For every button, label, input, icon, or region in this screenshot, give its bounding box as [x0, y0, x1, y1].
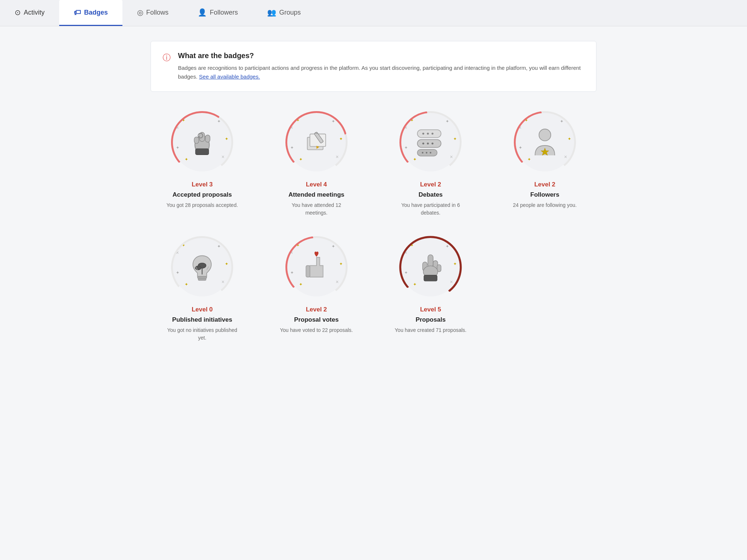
badges-row-1: ✦×✦✦✦×✦ Level 3Accepted proposalsYou got…	[151, 109, 596, 217]
badge-circle-published-initiatives: ✦×✦✦✦×✦	[169, 234, 235, 300]
badge-card-accepted-proposals: ✦×✦✦✦×✦ Level 3Accepted proposalsYou got…	[151, 109, 254, 217]
badge-inner-proposal-votes: ✦×✦✦✦×✦	[287, 238, 346, 296]
badge-level-published-initiatives: Level 0	[192, 306, 213, 313]
tab-groups[interactable]: 👥Groups	[253, 0, 315, 26]
svg-point-22	[422, 143, 424, 144]
info-box: ⓘ What are the badges? Badges are recogn…	[151, 41, 596, 92]
svg-point-20	[432, 133, 433, 135]
svg-point-23	[427, 143, 429, 144]
badge-circle-debates: ✦×✦✦✦×✦	[398, 109, 463, 175]
badge-card-proposals: ✦×✦✦✦×✦ Level 5ProposalsYou have created…	[379, 234, 482, 342]
activity-tab-icon: ⊙	[15, 8, 21, 17]
badge-level-attended-meetings: Level 4	[306, 181, 327, 188]
badges-tab-icon: 🏷	[74, 8, 81, 17]
activity-tab-label: Activity	[24, 9, 45, 16]
badge-inner-debates: ✦×✦✦✦×✦	[401, 113, 460, 171]
badge-card-debates: ✦×✦✦✦×✦ Level 2DebatesYou have participa…	[379, 109, 482, 217]
info-title: What are the badges?	[178, 52, 584, 60]
svg-point-27	[426, 152, 428, 154]
svg-point-18	[422, 133, 424, 135]
badge-level-followers: Level 2	[534, 181, 555, 188]
badge-title-attended-meetings: Attended meetings	[288, 191, 344, 198]
nav-tabs: ⊙Activity🏷Badges◎Follows👤Followers👥Group…	[0, 0, 747, 26]
svg-rect-34	[198, 276, 207, 278]
svg-point-31	[539, 129, 551, 141]
badge-inner-proposals: ✦×✦✦✦×✦	[401, 238, 460, 296]
badge-empty-slot	[493, 234, 597, 342]
svg-rect-4	[205, 135, 210, 142]
badge-card-published-initiatives: ✦×✦✦✦×✦ Level 0Published initiativesYou …	[151, 234, 254, 342]
svg-rect-21	[417, 140, 441, 148]
tab-followers[interactable]: 👤Followers	[183, 0, 253, 26]
svg-point-26	[422, 152, 424, 154]
badge-desc-published-initiatives: You got no initiatives published yet.	[166, 326, 239, 342]
badge-title-proposals: Proposals	[416, 316, 445, 323]
badge-circle-proposals: ✦×✦✦✦×✦	[398, 234, 463, 300]
svg-point-19	[427, 133, 429, 135]
badge-circle-proposal-votes: ✦×✦✦✦×✦	[284, 234, 349, 300]
badge-title-followers: Followers	[530, 191, 559, 198]
badge-card-proposal-votes: ✦×✦✦✦×✦ Level 2Proposal votesYou have vo…	[265, 234, 368, 342]
badge-desc-attended-meetings: You have attended 12 meetings.	[280, 201, 353, 217]
badge-level-proposal-votes: Level 2	[306, 306, 327, 313]
follows-tab-icon: ◎	[137, 8, 143, 17]
info-body: Badges are recognitions to participant a…	[178, 64, 584, 81]
badge-desc-accepted-proposals: You got 28 proposals accepted.	[166, 201, 238, 209]
follows-tab-label: Follows	[146, 9, 168, 16]
svg-rect-43	[306, 266, 310, 277]
svg-point-24	[432, 143, 433, 144]
badge-level-accepted-proposals: Level 3	[192, 181, 213, 188]
info-link[interactable]: See all available badges.	[199, 73, 260, 80]
svg-rect-5	[194, 137, 199, 144]
badges-container: ✦×✦✦✦×✦ Level 3Accepted proposalsYou got…	[151, 109, 596, 342]
tab-activity[interactable]: ⊙Activity	[0, 0, 59, 26]
badge-inner-accepted-proposals: ✦×✦✦✦×✦	[173, 113, 231, 171]
followers-tab-icon: 👤	[198, 8, 207, 17]
svg-rect-52	[424, 275, 437, 281]
groups-tab-label: Groups	[279, 9, 301, 16]
badges-tab-label: Badges	[84, 9, 108, 16]
badge-desc-proposals: You have created 71 proposals.	[395, 326, 466, 334]
badge-level-proposals: Level 5	[420, 306, 441, 313]
svg-rect-35	[198, 279, 206, 280]
badges-row-2: ✦×✦✦✦×✦ Level 0Published initiativesYou …	[151, 234, 596, 342]
tab-follows[interactable]: ◎Follows	[122, 0, 183, 26]
badge-title-published-initiatives: Published initiatives	[172, 316, 232, 323]
badge-title-accepted-proposals: Accepted proposals	[172, 191, 232, 198]
followers-tab-label: Followers	[210, 9, 238, 16]
badge-circle-attended-meetings: ✦×✦✦✦×✦	[284, 109, 349, 175]
svg-point-28	[430, 152, 432, 154]
info-icon: ⓘ	[163, 52, 171, 63]
badge-card-attended-meetings: ✦×✦✦✦×✦ Level 4Attended meetingsYou have…	[265, 109, 368, 217]
svg-rect-17	[417, 130, 441, 138]
badge-desc-debates: You have participated in 6 debates.	[394, 201, 467, 217]
badge-desc-proposal-votes: You have voted to 22 proposals.	[280, 326, 353, 334]
svg-rect-6	[196, 149, 209, 155]
groups-tab-icon: 👥	[267, 8, 276, 17]
tab-badges[interactable]: 🏷Badges	[59, 0, 122, 26]
badge-title-proposal-votes: Proposal votes	[294, 316, 339, 323]
badge-circle-accepted-proposals: ✦×✦✦✦×✦	[169, 109, 235, 175]
badge-level-debates: Level 2	[420, 181, 441, 188]
badge-inner-published-initiatives: ✦×✦✦✦×✦	[173, 238, 231, 296]
badge-inner-attended-meetings: ✦×✦✦✦×✦	[287, 113, 346, 171]
badge-title-debates: Debates	[418, 191, 443, 198]
badge-card-followers: ✦×✦✦✦×✦ Level 2Followers24 people are fo…	[493, 109, 597, 217]
svg-rect-46	[428, 255, 433, 267]
badge-circle-followers: ✦×✦✦✦×✦	[512, 109, 578, 175]
badge-inner-followers: ✦×✦✦✦×✦	[516, 113, 574, 171]
badge-desc-followers: 24 people are following you.	[513, 201, 577, 209]
